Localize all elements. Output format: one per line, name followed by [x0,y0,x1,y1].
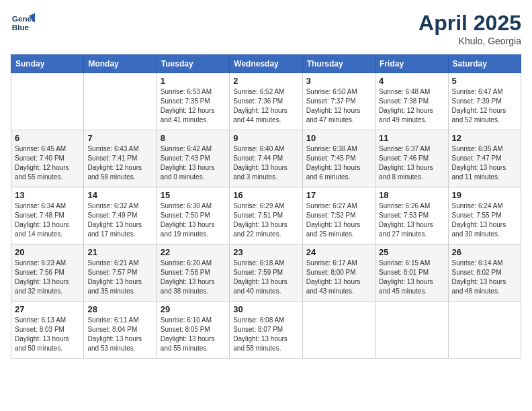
calendar-cell: 21Sunrise: 6:21 AMSunset: 7:57 PMDayligh… [84,244,157,302]
calendar-cell: 10Sunrise: 6:38 AMSunset: 7:45 PMDayligh… [302,130,375,187]
day-info: Sunrise: 6:17 AMSunset: 8:00 PMDaylight:… [306,259,371,296]
calendar-cell: 9Sunrise: 6:40 AMSunset: 7:44 PMDaylight… [230,130,302,187]
title-block: April 2025 Khulo, Georgia [418,11,521,46]
day-number: 17 [306,190,371,200]
calendar-cell: 13Sunrise: 6:34 AMSunset: 7:48 PMDayligh… [11,187,84,244]
day-info: Sunrise: 6:50 AMSunset: 7:37 PMDaylight:… [306,87,371,125]
calendar-body: 1Sunrise: 6:53 AMSunset: 7:35 PMDaylight… [11,73,521,359]
day-info: Sunrise: 6:40 AMSunset: 7:44 PMDaylight:… [233,144,298,182]
calendar-week-2: 6Sunrise: 6:45 AMSunset: 7:40 PMDaylight… [11,130,521,187]
day-info: Sunrise: 6:32 AMSunset: 7:49 PMDaylight:… [87,201,152,239]
calendar-cell: 24Sunrise: 6:17 AMSunset: 8:00 PMDayligh… [302,244,375,302]
day-number: 3 [306,76,371,86]
day-info: Sunrise: 6:52 AMSunset: 7:36 PMDaylight:… [233,87,298,125]
day-number: 29 [161,304,226,314]
day-number: 21 [87,247,152,257]
month-title: April 2025 [418,11,521,36]
day-number: 30 [233,304,298,314]
day-info: Sunrise: 6:38 AMSunset: 7:45 PMDaylight:… [306,144,371,182]
day-number: 19 [452,190,517,200]
day-number: 28 [87,304,152,314]
day-info: Sunrise: 6:08 AMSunset: 8:07 PMDaylight:… [233,316,298,353]
day-number: 5 [452,76,517,86]
day-info: Sunrise: 6:47 AMSunset: 7:39 PMDaylight:… [452,87,517,125]
calendar-week-5: 27Sunrise: 6:13 AMSunset: 8:03 PMDayligh… [11,302,521,359]
calendar-cell: 3Sunrise: 6:50 AMSunset: 7:37 PMDaylight… [302,73,375,130]
calendar-cell [375,302,448,359]
weekday-header-sunday: Sunday [11,55,84,73]
calendar-cell: 22Sunrise: 6:20 AMSunset: 7:58 PMDayligh… [157,244,229,302]
calendar-cell [448,302,521,359]
day-number: 26 [452,247,517,257]
day-info: Sunrise: 6:21 AMSunset: 7:57 PMDaylight:… [87,259,152,296]
weekday-header-monday: Monday [84,55,157,73]
calendar-cell: 4Sunrise: 6:48 AMSunset: 7:38 PMDaylight… [375,73,448,130]
day-number: 20 [15,247,80,257]
day-info: Sunrise: 6:53 AMSunset: 7:35 PMDaylight:… [161,87,226,125]
day-number: 4 [379,76,444,86]
logo: General Blue [11,11,35,35]
day-info: Sunrise: 6:27 AMSunset: 7:52 PMDaylight:… [306,201,371,239]
calendar-cell: 15Sunrise: 6:30 AMSunset: 7:50 PMDayligh… [157,187,229,244]
day-number: 16 [233,190,298,200]
weekday-header-friday: Friday [375,55,448,73]
calendar-cell: 17Sunrise: 6:27 AMSunset: 7:52 PMDayligh… [302,187,375,244]
logo-icon: General Blue [11,11,35,35]
calendar-cell: 5Sunrise: 6:47 AMSunset: 7:39 PMDaylight… [448,73,521,130]
calendar-cell [302,302,375,359]
day-number: 11 [379,133,444,143]
calendar-cell: 11Sunrise: 6:37 AMSunset: 7:46 PMDayligh… [375,130,448,187]
calendar-cell: 18Sunrise: 6:26 AMSunset: 7:53 PMDayligh… [375,187,448,244]
calendar-cell: 2Sunrise: 6:52 AMSunset: 7:36 PMDaylight… [230,73,302,130]
weekday-header-row: SundayMondayTuesdayWednesdayThursdayFrid… [11,55,521,73]
calendar-cell: 8Sunrise: 6:42 AMSunset: 7:43 PMDaylight… [157,130,229,187]
day-info: Sunrise: 6:48 AMSunset: 7:38 PMDaylight:… [379,87,444,125]
day-info: Sunrise: 6:20 AMSunset: 7:58 PMDaylight:… [161,259,226,296]
calendar-table: SundayMondayTuesdayWednesdayThursdayFrid… [11,54,521,359]
calendar-cell: 1Sunrise: 6:53 AMSunset: 7:35 PMDaylight… [157,73,229,130]
calendar-cell [84,73,157,130]
day-info: Sunrise: 6:43 AMSunset: 7:41 PMDaylight:… [87,144,152,182]
calendar-week-1: 1Sunrise: 6:53 AMSunset: 7:35 PMDaylight… [11,73,521,130]
day-number: 15 [161,190,226,200]
day-info: Sunrise: 6:45 AMSunset: 7:40 PMDaylight:… [15,144,80,182]
day-info: Sunrise: 6:37 AMSunset: 7:46 PMDaylight:… [379,144,444,182]
calendar-cell: 12Sunrise: 6:35 AMSunset: 7:47 PMDayligh… [448,130,521,187]
day-number: 1 [161,76,226,86]
calendar-cell: 30Sunrise: 6:08 AMSunset: 8:07 PMDayligh… [230,302,302,359]
day-info: Sunrise: 6:35 AMSunset: 7:47 PMDaylight:… [452,144,517,182]
calendar-cell: 26Sunrise: 6:14 AMSunset: 8:02 PMDayligh… [448,244,521,302]
calendar-cell: 28Sunrise: 6:11 AMSunset: 8:04 PMDayligh… [84,302,157,359]
calendar-cell: 19Sunrise: 6:24 AMSunset: 7:55 PMDayligh… [448,187,521,244]
calendar-cell: 20Sunrise: 6:23 AMSunset: 7:56 PMDayligh… [11,244,84,302]
day-number: 7 [87,133,152,143]
calendar-cell: 16Sunrise: 6:29 AMSunset: 7:51 PMDayligh… [230,187,302,244]
day-info: Sunrise: 6:30 AMSunset: 7:50 PMDaylight:… [161,201,226,239]
day-info: Sunrise: 6:14 AMSunset: 8:02 PMDaylight:… [452,259,517,296]
day-info: Sunrise: 6:29 AMSunset: 7:51 PMDaylight:… [233,201,298,239]
weekday-header-tuesday: Tuesday [157,55,229,73]
calendar-cell: 25Sunrise: 6:15 AMSunset: 8:01 PMDayligh… [375,244,448,302]
day-number: 27 [15,304,80,314]
svg-text:Blue: Blue [12,23,30,32]
day-info: Sunrise: 6:24 AMSunset: 7:55 PMDaylight:… [452,201,517,239]
day-info: Sunrise: 6:42 AMSunset: 7:43 PMDaylight:… [161,144,226,182]
weekday-header-thursday: Thursday [302,55,375,73]
day-info: Sunrise: 6:34 AMSunset: 7:48 PMDaylight:… [15,201,80,239]
day-number: 10 [306,133,371,143]
weekday-header-wednesday: Wednesday [230,55,302,73]
calendar-header: SundayMondayTuesdayWednesdayThursdayFrid… [11,55,521,73]
calendar-cell: 27Sunrise: 6:13 AMSunset: 8:03 PMDayligh… [11,302,84,359]
calendar-cell: 14Sunrise: 6:32 AMSunset: 7:49 PMDayligh… [84,187,157,244]
day-number: 22 [161,247,226,257]
day-info: Sunrise: 6:11 AMSunset: 8:04 PMDaylight:… [87,316,152,353]
location: Khulo, Georgia [418,36,521,46]
day-number: 9 [233,133,298,143]
calendar-cell [11,73,84,130]
day-number: 6 [15,133,80,143]
calendar-cell: 6Sunrise: 6:45 AMSunset: 7:40 PMDaylight… [11,130,84,187]
day-info: Sunrise: 6:26 AMSunset: 7:53 PMDaylight:… [379,201,444,239]
day-info: Sunrise: 6:18 AMSunset: 7:59 PMDaylight:… [233,259,298,296]
day-number: 2 [233,76,298,86]
page-header: General Blue April 2025 Khulo, Georgia [11,11,521,46]
